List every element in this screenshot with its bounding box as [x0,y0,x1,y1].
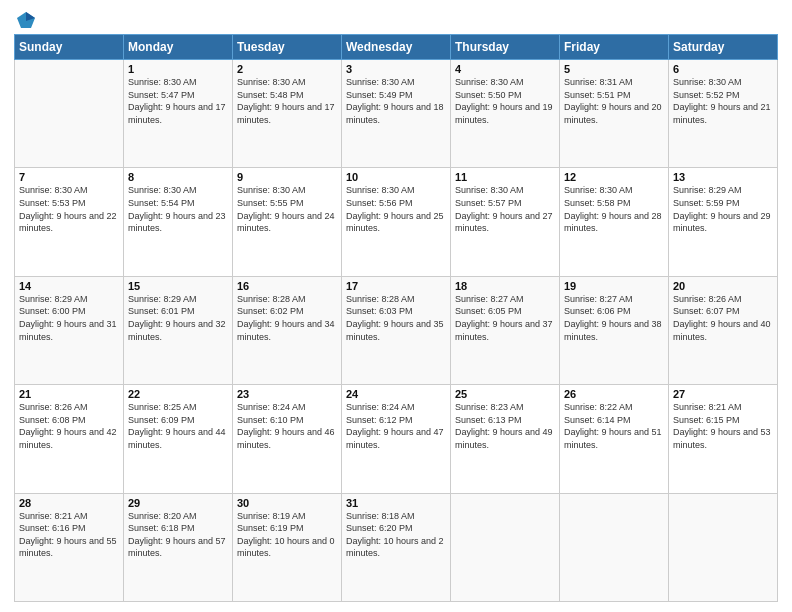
day-cell: 28 Sunrise: 8:21 AM Sunset: 6:16 PM Dayl… [15,493,124,601]
sunset-time: Sunset: 5:55 PM [237,198,304,208]
day-cell [15,60,124,168]
day-cell: 19 Sunrise: 8:27 AM Sunset: 6:06 PM Dayl… [560,276,669,384]
sunset-time: Sunset: 5:57 PM [455,198,522,208]
day-info: Sunrise: 8:25 AM Sunset: 6:09 PM Dayligh… [128,401,228,451]
day-number: 25 [455,388,555,400]
day-info: Sunrise: 8:20 AM Sunset: 6:18 PM Dayligh… [128,510,228,560]
header [14,10,778,28]
day-info: Sunrise: 8:29 AM Sunset: 6:00 PM Dayligh… [19,293,119,343]
sunrise-time: Sunrise: 8:30 AM [564,185,633,195]
week-row-4: 28 Sunrise: 8:21 AM Sunset: 6:16 PM Dayl… [15,493,778,601]
day-cell: 14 Sunrise: 8:29 AM Sunset: 6:00 PM Dayl… [15,276,124,384]
day-cell: 15 Sunrise: 8:29 AM Sunset: 6:01 PM Dayl… [124,276,233,384]
sunset-time: Sunset: 5:52 PM [673,90,740,100]
sunrise-time: Sunrise: 8:30 AM [455,185,524,195]
day-cell: 6 Sunrise: 8:30 AM Sunset: 5:52 PM Dayli… [669,60,778,168]
day-info: Sunrise: 8:23 AM Sunset: 6:13 PM Dayligh… [455,401,555,451]
sunset-time: Sunset: 5:49 PM [346,90,413,100]
week-row-2: 14 Sunrise: 8:29 AM Sunset: 6:00 PM Dayl… [15,276,778,384]
day-info: Sunrise: 8:30 AM Sunset: 5:56 PM Dayligh… [346,184,446,234]
sunrise-time: Sunrise: 8:30 AM [128,185,197,195]
sunrise-time: Sunrise: 8:18 AM [346,511,415,521]
sunset-time: Sunset: 6:03 PM [346,306,413,316]
week-row-0: 1 Sunrise: 8:30 AM Sunset: 5:47 PM Dayli… [15,60,778,168]
sunrise-time: Sunrise: 8:25 AM [128,402,197,412]
day-cell: 4 Sunrise: 8:30 AM Sunset: 5:50 PM Dayli… [451,60,560,168]
col-monday: Monday [124,35,233,60]
day-number: 26 [564,388,664,400]
daylight-hours: Daylight: 9 hours and 38 minutes. [564,319,662,342]
day-cell: 3 Sunrise: 8:30 AM Sunset: 5:49 PM Dayli… [342,60,451,168]
sunrise-time: Sunrise: 8:21 AM [673,402,742,412]
day-info: Sunrise: 8:19 AM Sunset: 6:19 PM Dayligh… [237,510,337,560]
day-cell: 12 Sunrise: 8:30 AM Sunset: 5:58 PM Dayl… [560,168,669,276]
day-number: 30 [237,497,337,509]
col-tuesday: Tuesday [233,35,342,60]
day-cell: 25 Sunrise: 8:23 AM Sunset: 6:13 PM Dayl… [451,385,560,493]
day-number: 24 [346,388,446,400]
day-number: 12 [564,171,664,183]
daylight-hours: Daylight: 10 hours and 2 minutes. [346,536,444,559]
day-info: Sunrise: 8:22 AM Sunset: 6:14 PM Dayligh… [564,401,664,451]
daylight-hours: Daylight: 9 hours and 55 minutes. [19,536,117,559]
week-row-3: 21 Sunrise: 8:26 AM Sunset: 6:08 PM Dayl… [15,385,778,493]
sunset-time: Sunset: 5:53 PM [19,198,86,208]
daylight-hours: Daylight: 9 hours and 24 minutes. [237,211,335,234]
sunset-time: Sunset: 5:58 PM [564,198,631,208]
sunset-time: Sunset: 5:50 PM [455,90,522,100]
day-number: 1 [128,63,228,75]
day-cell: 26 Sunrise: 8:22 AM Sunset: 6:14 PM Dayl… [560,385,669,493]
sunrise-time: Sunrise: 8:29 AM [128,294,197,304]
day-number: 22 [128,388,228,400]
sunset-time: Sunset: 5:51 PM [564,90,631,100]
sunset-time: Sunset: 6:00 PM [19,306,86,316]
sunrise-time: Sunrise: 8:20 AM [128,511,197,521]
sunrise-time: Sunrise: 8:27 AM [564,294,633,304]
daylight-hours: Daylight: 9 hours and 17 minutes. [237,102,335,125]
day-info: Sunrise: 8:21 AM Sunset: 6:15 PM Dayligh… [673,401,773,451]
daylight-hours: Daylight: 9 hours and 57 minutes. [128,536,226,559]
sunrise-time: Sunrise: 8:28 AM [346,294,415,304]
daylight-hours: Daylight: 9 hours and 17 minutes. [128,102,226,125]
day-cell: 24 Sunrise: 8:24 AM Sunset: 6:12 PM Dayl… [342,385,451,493]
day-cell: 8 Sunrise: 8:30 AM Sunset: 5:54 PM Dayli… [124,168,233,276]
day-number: 7 [19,171,119,183]
sunrise-time: Sunrise: 8:23 AM [455,402,524,412]
col-saturday: Saturday [669,35,778,60]
sunset-time: Sunset: 6:16 PM [19,523,86,533]
day-cell: 10 Sunrise: 8:30 AM Sunset: 5:56 PM Dayl… [342,168,451,276]
sunset-time: Sunset: 6:20 PM [346,523,413,533]
sunrise-time: Sunrise: 8:31 AM [564,77,633,87]
sunset-time: Sunset: 6:12 PM [346,415,413,425]
col-thursday: Thursday [451,35,560,60]
day-cell: 5 Sunrise: 8:31 AM Sunset: 5:51 PM Dayli… [560,60,669,168]
sunrise-time: Sunrise: 8:29 AM [19,294,88,304]
logo-flag-icon [15,10,37,32]
sunrise-time: Sunrise: 8:27 AM [455,294,524,304]
day-number: 2 [237,63,337,75]
day-number: 21 [19,388,119,400]
col-sunday: Sunday [15,35,124,60]
daylight-hours: Daylight: 9 hours and 46 minutes. [237,427,335,450]
daylight-hours: Daylight: 9 hours and 35 minutes. [346,319,444,342]
sunset-time: Sunset: 6:14 PM [564,415,631,425]
daylight-hours: Daylight: 9 hours and 29 minutes. [673,211,771,234]
day-info: Sunrise: 8:30 AM Sunset: 5:52 PM Dayligh… [673,76,773,126]
sunset-time: Sunset: 6:13 PM [455,415,522,425]
day-info: Sunrise: 8:28 AM Sunset: 6:02 PM Dayligh… [237,293,337,343]
daylight-hours: Daylight: 9 hours and 22 minutes. [19,211,117,234]
day-info: Sunrise: 8:30 AM Sunset: 5:55 PM Dayligh… [237,184,337,234]
sunrise-time: Sunrise: 8:30 AM [673,77,742,87]
day-info: Sunrise: 8:29 AM Sunset: 6:01 PM Dayligh… [128,293,228,343]
day-cell: 29 Sunrise: 8:20 AM Sunset: 6:18 PM Dayl… [124,493,233,601]
week-row-1: 7 Sunrise: 8:30 AM Sunset: 5:53 PM Dayli… [15,168,778,276]
day-info: Sunrise: 8:30 AM Sunset: 5:57 PM Dayligh… [455,184,555,234]
day-info: Sunrise: 8:26 AM Sunset: 6:08 PM Dayligh… [19,401,119,451]
day-number: 3 [346,63,446,75]
daylight-hours: Daylight: 9 hours and 47 minutes. [346,427,444,450]
daylight-hours: Daylight: 9 hours and 37 minutes. [455,319,553,342]
sunrise-time: Sunrise: 8:30 AM [237,77,306,87]
sunrise-time: Sunrise: 8:22 AM [564,402,633,412]
day-cell: 20 Sunrise: 8:26 AM Sunset: 6:07 PM Dayl… [669,276,778,384]
day-info: Sunrise: 8:30 AM Sunset: 5:47 PM Dayligh… [128,76,228,126]
